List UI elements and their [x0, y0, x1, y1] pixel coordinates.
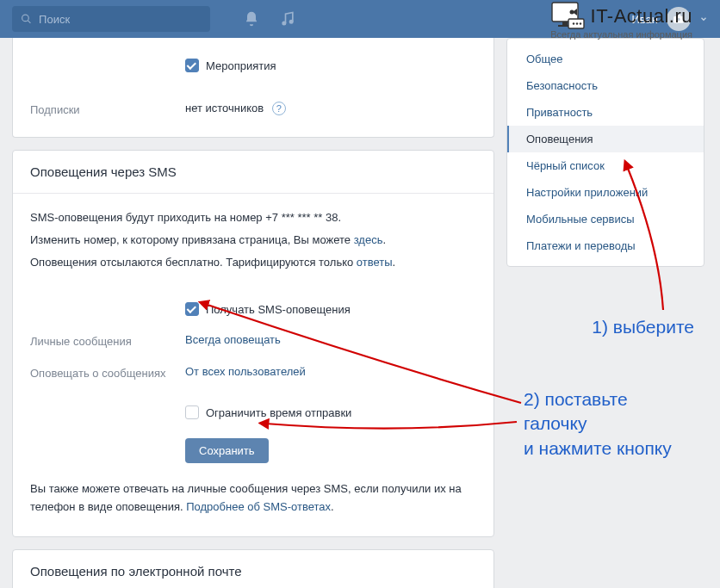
receive-sms-checkbox[interactable]: Получать SMS-оповещения: [185, 302, 351, 316]
svg-point-11: [575, 22, 577, 24]
watermark-text: IT-Actual.ru: [591, 5, 692, 28]
sms-footer: Вы также можете отвечать на личные сообщ…: [30, 480, 476, 515]
sidebar: Общее Безопасность Приватность Оповещени…: [506, 38, 704, 267]
panel-email-title: Оповещения по электронной почте: [13, 550, 493, 588]
limit-time-label: Ограничить время отправки: [206, 406, 351, 419]
svg-point-12: [579, 22, 580, 24]
subscriptions-value: нет источников ?: [185, 102, 476, 115]
notify-about-select[interactable]: От всех пользователей: [185, 365, 476, 378]
music-icon[interactable]: [279, 10, 296, 28]
panel-top: Мероприятия Подписки нет источников ?: [12, 38, 494, 138]
sidebar-item-blacklist[interactable]: Чёрный список: [507, 152, 704, 179]
change-number-link[interactable]: здесь: [354, 233, 383, 246]
save-button[interactable]: Сохранить: [185, 438, 269, 463]
svg-point-6: [569, 10, 574, 15]
svg-point-2: [282, 22, 285, 24]
annotation-2: 2) поставьте галочку и нажмите кнопку: [524, 387, 672, 461]
notify-about-label: Оповещать о сообщениях: [30, 365, 185, 380]
search-box[interactable]: [12, 6, 210, 32]
svg-rect-7: [562, 22, 568, 25]
annotation-1: 1) выберите: [592, 317, 694, 337]
sms-line1: SMS-оповещения будут приходить на номер …: [30, 209, 476, 226]
sidebar-item-general[interactable]: Общее: [507, 46, 704, 72]
bell-icon[interactable]: [243, 10, 260, 28]
svg-point-3: [290, 21, 293, 23]
sidebar-item-payments[interactable]: Платежи и переводы: [507, 232, 704, 259]
answers-pricing-link[interactable]: ответы: [357, 256, 393, 269]
search-input[interactable]: [32, 13, 202, 26]
svg-line-1: [28, 21, 30, 23]
top-icons: [243, 10, 296, 28]
subscriptions-label: Подписки: [30, 102, 185, 116]
search-icon: [21, 13, 32, 25]
sms-answers-more-link[interactable]: Подробнее об SMS-ответах: [186, 500, 331, 513]
events-checkbox[interactable]: Мероприятия: [185, 59, 276, 72]
sidebar-item-security[interactable]: Безопасность: [507, 72, 704, 99]
private-messages-label: Личные сообщения: [30, 333, 185, 348]
events-label: Мероприятия: [206, 59, 276, 72]
watermark-slogan: Всегда актуальная информация: [550, 29, 692, 40]
receive-sms-label: Получать SMS-оповещения: [206, 303, 351, 316]
checkbox-icon: [185, 59, 199, 72]
watermark: IT-Actual.ru Всегда актуальная информаци…: [550, 2, 692, 40]
sms-line2: Изменить номер, к которому привязана стр…: [30, 232, 476, 249]
monitor-icon: [551, 2, 586, 31]
sidebar-item-notifications[interactable]: Оповещения: [507, 126, 704, 152]
checkbox-icon: [185, 302, 199, 316]
sidebar-item-apps[interactable]: Настройки приложений: [507, 179, 704, 206]
private-messages-select[interactable]: Всегда оповещать: [185, 333, 476, 346]
panel-email: Оповещения по электронной почте: [12, 549, 494, 588]
svg-point-0: [22, 15, 29, 22]
panel-sms-title: Оповещения через SMS: [13, 151, 493, 194]
chevron-down-icon: [699, 15, 708, 23]
limit-time-checkbox[interactable]: Ограничить время отправки: [185, 405, 351, 419]
svg-point-10: [572, 22, 574, 24]
checkbox-icon: [185, 405, 199, 419]
sidebar-item-mobile[interactable]: Мобильные сервисы: [507, 206, 704, 232]
help-icon[interactable]: ?: [272, 102, 286, 115]
panel-sms: Оповещения через SMS SMS-оповещения буду…: [12, 150, 494, 537]
sidebar-item-privacy[interactable]: Приватность: [507, 99, 704, 126]
sms-line3: Оповещения отсылаются бесплатно. Тарифиц…: [30, 254, 476, 271]
